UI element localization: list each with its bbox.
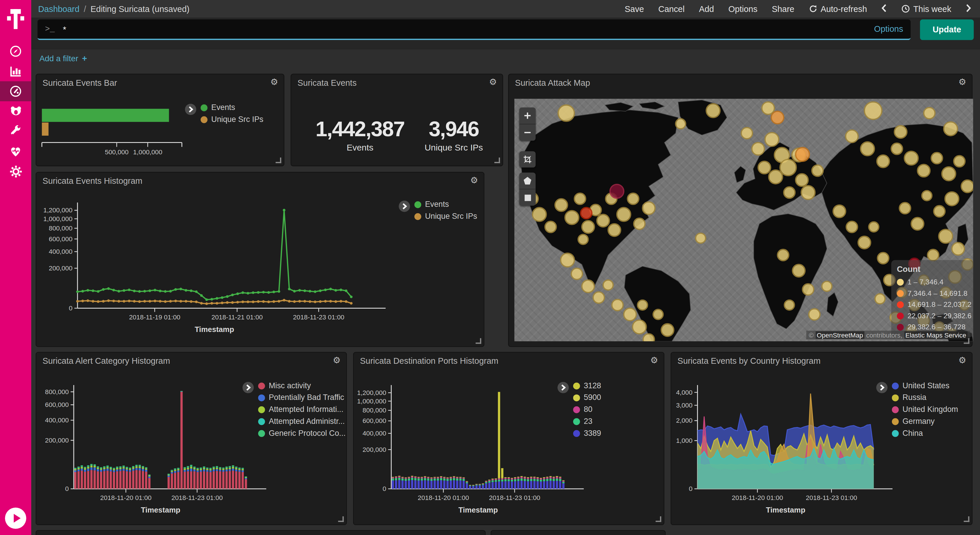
- legend-collapse-button[interactable]: [557, 382, 569, 393]
- legend-item[interactable]: 5900: [573, 393, 601, 402]
- time-back-button[interactable]: [881, 3, 887, 14]
- legend-item[interactable]: Events: [414, 200, 477, 209]
- tmobile-logo[interactable]: [0, 0, 31, 36]
- map-circle[interactable]: [632, 319, 647, 334]
- panel-gear-button[interactable]: ⚙: [651, 356, 658, 365]
- map-circle[interactable]: [795, 147, 810, 162]
- map-circle[interactable]: [661, 323, 675, 337]
- map-circle[interactable]: [616, 207, 631, 222]
- zoom-out-button[interactable]: [519, 124, 536, 141]
- map-circle[interactable]: [891, 143, 903, 155]
- map-circle[interactable]: [642, 201, 655, 215]
- add-button[interactable]: Add: [699, 4, 714, 13]
- add-filter-button[interactable]: Add a filter +: [40, 53, 87, 63]
- update-button[interactable]: Update: [920, 19, 974, 40]
- legend-item[interactable]: 23: [573, 417, 601, 426]
- map-circle[interactable]: [571, 268, 583, 280]
- map-circle[interactable]: [565, 210, 579, 225]
- resize-handle[interactable]: [476, 338, 481, 344]
- map-circle[interactable]: [574, 193, 586, 205]
- map-circle[interactable]: [532, 207, 547, 222]
- map-circle[interactable]: [904, 151, 919, 166]
- map-circle[interactable]: [557, 104, 575, 122]
- legend-item[interactable]: China: [892, 429, 958, 438]
- panel-gear-button[interactable]: ⚙: [270, 78, 278, 86]
- legend-item[interactable]: Potentially Bad Traffic: [258, 393, 346, 402]
- map-circle[interactable]: [938, 229, 953, 244]
- resize-handle[interactable]: [964, 338, 969, 344]
- resize-handle[interactable]: [275, 158, 281, 163]
- map-circle[interactable]: [652, 309, 664, 320]
- map-circle[interactable]: [917, 164, 931, 177]
- map-circle[interactable]: [845, 129, 859, 143]
- legend-item[interactable]: 80: [573, 405, 601, 414]
- map-circle[interactable]: [771, 111, 784, 124]
- legend-item[interactable]: Unique Src IPs: [200, 115, 263, 124]
- map-circle[interactable]: [933, 205, 946, 218]
- sidebar-item-management[interactable]: [0, 161, 31, 182]
- attack-map[interactable]: Count 1 – 7,346.47,346.4 – 14,691.814,69…: [514, 99, 973, 341]
- legend-item[interactable]: United States: [892, 381, 958, 390]
- map-circle[interactable]: [808, 308, 821, 321]
- osm-link[interactable]: OpenStreetMap: [816, 331, 864, 339]
- map-circle[interactable]: [821, 280, 833, 292]
- map-circle[interactable]: [784, 299, 795, 310]
- legend-item[interactable]: Attempted Administr...: [258, 417, 346, 426]
- time-forward-button[interactable]: [966, 3, 971, 14]
- search-input[interactable]: >_ * Options: [38, 19, 911, 40]
- resize-handle[interactable]: [655, 516, 661, 522]
- map-circle[interactable]: [581, 279, 595, 293]
- map-circle[interactable]: [578, 234, 589, 245]
- map-circle[interactable]: [832, 204, 846, 218]
- resize-handle[interactable]: [964, 516, 969, 522]
- legend-item[interactable]: 3128: [573, 381, 601, 390]
- panel-gear-button[interactable]: ⚙: [958, 356, 966, 365]
- map-circle[interactable]: [864, 101, 882, 120]
- cancel-button[interactable]: Cancel: [658, 4, 684, 13]
- map-circle[interactable]: [777, 249, 789, 261]
- panel-gear-button[interactable]: ⚙: [958, 78, 966, 86]
- breadcrumb-dashboard-link[interactable]: Dashboard: [38, 4, 80, 13]
- map-circle[interactable]: [792, 264, 806, 277]
- legend-item[interactable]: Russia: [892, 393, 958, 402]
- map-circle[interactable]: [581, 220, 595, 234]
- map-circle[interactable]: [675, 118, 686, 129]
- panel-gear-button[interactable]: ⚙: [489, 78, 497, 86]
- legend-item[interactable]: United Kingdom: [892, 405, 958, 414]
- map-circle[interactable]: [633, 218, 646, 230]
- panel-gear-button[interactable]: ⚙: [470, 176, 478, 185]
- map-circle[interactable]: [627, 193, 640, 205]
- map-circle[interactable]: [609, 184, 624, 199]
- map-circle[interactable]: [637, 299, 648, 310]
- map-circle[interactable]: [560, 253, 575, 268]
- map-circle[interactable]: [860, 141, 875, 156]
- map-circle[interactable]: [944, 191, 959, 206]
- map-circle[interactable]: [874, 293, 886, 304]
- sidebar-item-dev-tools[interactable]: [0, 121, 31, 142]
- options-button[interactable]: Options: [728, 4, 757, 13]
- map-circle[interactable]: [596, 214, 610, 228]
- map-circle[interactable]: [751, 142, 765, 156]
- map-circle[interactable]: [921, 190, 933, 201]
- legend-item[interactable]: Germany: [892, 417, 958, 426]
- sidebar-item-dashboard[interactable]: [0, 81, 31, 102]
- map-circle[interactable]: [943, 121, 958, 136]
- map-circle[interactable]: [923, 107, 935, 119]
- auto-refresh-button[interactable]: Auto-refresh: [809, 4, 867, 13]
- map-circle[interactable]: [961, 179, 973, 193]
- map-circle[interactable]: [894, 125, 907, 139]
- legend-item[interactable]: Unique Src IPs: [414, 212, 477, 221]
- map-circle[interactable]: [941, 166, 956, 181]
- legend-item[interactable]: Attempted Informati...: [258, 405, 346, 414]
- map-circle[interactable]: [623, 307, 637, 321]
- save-button[interactable]: Save: [625, 4, 644, 13]
- map-circle[interactable]: [608, 223, 621, 237]
- legend-collapse-button[interactable]: [876, 382, 888, 393]
- events-bar-chart[interactable]: 500,0001,000,000: [36, 89, 224, 166]
- map-circle[interactable]: [780, 159, 797, 176]
- legend-collapse-button[interactable]: [185, 104, 196, 115]
- map-circle[interactable]: [911, 217, 924, 231]
- map-circle[interactable]: [811, 164, 824, 177]
- map-circle[interactable]: [800, 185, 816, 200]
- panel-gear-button[interactable]: ⚙: [333, 356, 340, 365]
